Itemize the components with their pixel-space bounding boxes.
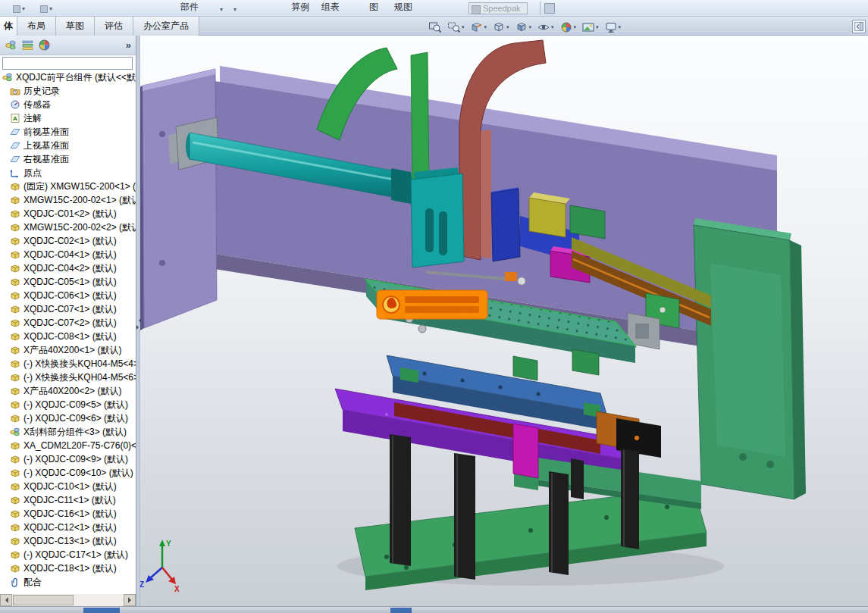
tree-item[interactable]: (-) XQDJC-C09<9> (默认)	[0, 452, 136, 466]
command-item[interactable]: Speedpak	[468, 2, 528, 14]
part-rail-carriage[interactable]	[411, 167, 464, 267]
tree-item[interactable]: XQDJC-C02<1> (默认)	[0, 234, 136, 248]
tree-item[interactable]: 传感器	[0, 98, 136, 111]
tree-item[interactable]: (-) X快换接头KQH04-M5<4> (	[0, 357, 136, 371]
tree-item[interactable]: XQDJC-C16<1> (默认)	[0, 507, 136, 521]
command-item[interactable]: 图	[369, 1, 378, 14]
tree-filter-input[interactable]	[2, 57, 133, 70]
part-icon	[10, 249, 20, 260]
part-green-block[interactable]	[570, 205, 605, 239]
tree-item-label: XQDJC-C11<1> (默认)	[24, 494, 116, 507]
tree-item[interactable]: XQDJC-C18<1> (默认)	[0, 561, 136, 575]
tree-item[interactable]: XQDJC前平台组件 (默认<<默认>_	[0, 70, 136, 84]
tree-item-label: XQDJC-C04<1> (默认)	[24, 249, 117, 261]
propertymanager-tab-icon[interactable]	[20, 38, 35, 53]
tree-item[interactable]: XQDJC-C05<1> (默认)	[0, 275, 136, 289]
part-icon	[10, 495, 20, 505]
tree-item[interactable]: XMGW15C-200-02<1> (默认)	[0, 193, 136, 207]
tree-item[interactable]: XA_CDM2L20F-75-C76(0)<1>	[0, 439, 136, 452]
featuremanager-tab-icon[interactable]	[3, 38, 18, 53]
hide-show-items-button[interactable]: ▾	[535, 20, 556, 34]
ribbon-tab[interactable]: 体	[0, 17, 17, 36]
tree-item[interactable]: (-) XQDJC-C09<6> (默认)	[0, 411, 136, 425]
panel-expand-chevron[interactable]: »	[126, 39, 133, 51]
panel-splitter-handle[interactable]	[136, 312, 141, 335]
tree-item[interactable]: XQDJC-C13<1> (默认)	[0, 534, 136, 548]
apply-scene-button[interactable]: ▾	[580, 20, 600, 34]
chevron-down-icon[interactable]: ▾	[220, 6, 223, 13]
svg-text:A: A	[13, 115, 17, 122]
ribbon-tab[interactable]: 布局	[17, 17, 56, 36]
task-pane-collapse-button[interactable]	[852, 20, 866, 33]
command-item[interactable]: 算例	[291, 1, 309, 14]
command-item[interactable]: 组表	[321, 1, 340, 14]
tree-item[interactable]: 历史记录	[0, 84, 136, 98]
scroll-right-button[interactable]	[124, 594, 136, 606]
view-settings-button[interactable]: ▾	[603, 20, 623, 34]
tree-item[interactable]: XQDJC-C06<1> (默认)	[0, 289, 136, 302]
tree-item[interactable]: 配合	[0, 575, 136, 589]
part-frame-left-plate[interactable]	[136, 69, 217, 332]
part-magenta-post[interactable]	[513, 424, 538, 478]
tree-item[interactable]: XQDJC-C07<1> (默认)	[0, 302, 136, 316]
sensor-icon	[10, 99, 20, 110]
tree-item[interactable]: X产品40X200<2> (默认)	[0, 384, 136, 398]
tree-item[interactable]: XQDJC-C08<1> (默认)	[0, 330, 136, 343]
tree-item[interactable]: XQDJC-C10<1> (默认)	[0, 480, 136, 493]
tree-item[interactable]: 上视基准面	[0, 139, 136, 152]
ribbon-tab[interactable]: 草图	[56, 17, 95, 36]
tree-item[interactable]: (-) XQDJC-C17<1> (默认)	[0, 548, 136, 561]
mate-dropdown[interactable]: ▾	[38, 2, 59, 15]
assembly-icon	[2, 72, 13, 83]
part-frame-right-plate[interactable]	[694, 218, 806, 499]
subasm-icon	[10, 427, 20, 437]
zoom-area-button[interactable]: ▾	[446, 20, 466, 34]
graphics-area[interactable]: Y Z X	[136, 36, 868, 606]
tree-item[interactable]: 前视基准面	[0, 125, 136, 139]
tree-item[interactable]: XMGW15C-200-02<2> (默认)	[0, 220, 136, 234]
taskbar-item[interactable]	[83, 608, 120, 613]
view-orientation-button[interactable]: ▾	[490, 20, 511, 34]
panel-header: »	[0, 36, 136, 55]
display-style-button[interactable]: ▾	[513, 20, 534, 34]
tree-item[interactable]: 原点	[0, 166, 136, 180]
command-item[interactable]: 部件	[180, 1, 199, 14]
tree-item[interactable]: XQDJC-C04<2> (默认)	[0, 261, 136, 275]
tree-item-label: XQDJC-C01<2> (默认)	[24, 208, 117, 220]
command-item[interactable]: 规图	[394, 1, 412, 14]
tree-item[interactable]: X刮料部分组件<3> (默认)	[0, 425, 136, 439]
section-view-button[interactable]: ▾	[468, 20, 489, 34]
edit-appearance-button[interactable]: ▾	[558, 20, 578, 34]
tree-item[interactable]: A注解	[0, 111, 136, 125]
chevron-down-icon: ▾	[49, 5, 52, 12]
tree-item[interactable]: (固定) XMGW15C-200<1> (默	[0, 180, 136, 193]
tree-item-label: 右视基准面	[24, 153, 69, 166]
tree-item[interactable]: XQDJC-C11<1> (默认)	[0, 493, 136, 507]
zoom-fit-button[interactable]	[427, 20, 443, 34]
tree-horizontal-scrollbar[interactable]	[0, 594, 136, 606]
toolbar-button[interactable]	[544, 3, 555, 14]
part-blue-block[interactable]	[491, 187, 520, 261]
tree-item[interactable]: (-) XQDJC-C09<5> (默认)	[0, 398, 136, 411]
ribbon-tab[interactable]: 办公室产品	[133, 17, 199, 36]
insert-components-dropdown[interactable]: ▾	[11, 2, 32, 15]
tree-item[interactable]: XQDJC-C04<1> (默认)	[0, 248, 136, 261]
chevron-down-icon: ▾	[484, 24, 487, 30]
tree-item[interactable]: 右视基准面	[0, 152, 136, 166]
tree-item[interactable]: XQDJC-C12<1> (默认)	[0, 521, 136, 534]
part-icon	[10, 195, 20, 205]
tree-item[interactable]: X产品40X200<1> (默认)	[0, 343, 136, 357]
scrollbar-thumb[interactable]	[13, 595, 74, 605]
tree-item[interactable]: XQDJC-C01<2> (默认)	[0, 207, 136, 220]
configurations-tab-icon[interactable]	[36, 38, 52, 53]
ribbon-tab[interactable]: 评估	[95, 17, 133, 36]
chevron-down-icon[interactable]: ▾	[233, 6, 237, 13]
part-yellow-block[interactable]	[529, 192, 570, 237]
tree-item[interactable]: (-) X快换接头KQH04-M5<6> (	[0, 371, 136, 384]
part-clamp-blocks[interactable]	[513, 349, 599, 380]
tree-item[interactable]: XQDJC-C07<2> (默认)	[0, 316, 136, 330]
taskbar-item[interactable]	[390, 608, 412, 613]
tree-item[interactable]: (-) XQDJC-C09<10> (默认)	[0, 466, 136, 480]
viewport-3d[interactable]: Y Z X	[136, 36, 868, 606]
scroll-left-button[interactable]	[0, 594, 12, 606]
